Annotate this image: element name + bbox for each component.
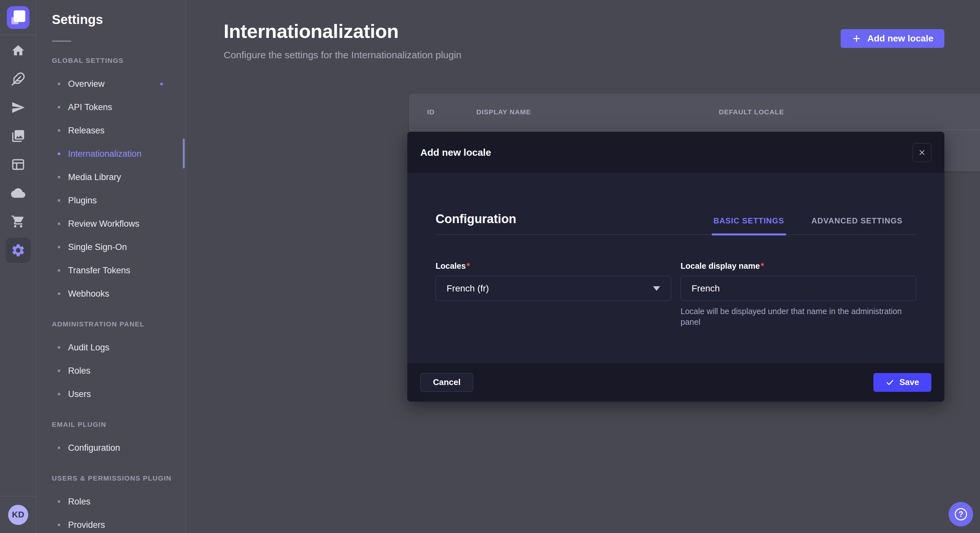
settings-gear-icon-active[interactable] [5, 238, 31, 263]
bullet-icon [58, 176, 60, 178]
bullet-icon [58, 152, 60, 155]
subnav-title-divider [52, 40, 71, 42]
sidebar-item-overview[interactable]: Overview [52, 72, 186, 95]
section-email-plugin: EMAIL PLUGIN [52, 420, 186, 428]
sidebar-item-review-workflows[interactable]: Review Workflows [52, 212, 186, 235]
notification-dot [160, 82, 163, 86]
media-library-icon[interactable] [11, 129, 25, 143]
subnav-title: Settings [52, 12, 186, 27]
bullet-icon [58, 222, 60, 225]
help-button[interactable]: ? [948, 502, 973, 527]
chevron-down-icon [653, 286, 660, 291]
section-global-settings: GLOBAL SETTINGS [52, 57, 186, 65]
sidebar-item-up-providers[interactable]: Providers [52, 513, 186, 533]
modal-footer: Cancel Save [407, 363, 944, 401]
subnav-scrollbar-thumb[interactable] [183, 139, 185, 168]
modal-header: Add new locale [407, 132, 944, 173]
question-mark-icon: ? [955, 508, 967, 520]
modal-title: Add new locale [420, 147, 491, 158]
modal-body: Configuration BASIC SETTINGS ADVANCED SE… [407, 173, 944, 363]
modal-tabs: BASIC SETTINGS ADVANCED SETTINGS [700, 207, 916, 235]
cancel-button[interactable]: Cancel [420, 373, 473, 392]
page-title: Internationalization [224, 20, 461, 43]
column-default-locale: DEFAULT LOCALE [719, 108, 784, 116]
strapi-logo[interactable] [7, 6, 30, 29]
plus-icon [852, 34, 861, 43]
cloud-deploy-icon[interactable] [11, 186, 25, 200]
bullet-icon [58, 393, 60, 395]
sidebar-item-up-roles[interactable]: Roles [52, 490, 186, 513]
strapi-logo-glyph-2 [11, 17, 19, 24]
content-manager-feather-icon[interactable] [11, 72, 25, 86]
sidebar-item-media-library[interactable]: Media Library [52, 165, 186, 189]
bullet-icon [58, 246, 60, 248]
modal-close-button[interactable] [913, 143, 931, 162]
tab-advanced-settings[interactable]: ADVANCED SETTINGS [798, 207, 916, 235]
marketplace-cart-icon[interactable] [11, 214, 25, 228]
user-avatar[interactable]: KD [8, 505, 28, 525]
bullet-icon [58, 129, 60, 132]
required-asterisk: * [467, 261, 470, 270]
tab-basic-settings[interactable]: BASIC SETTINGS [700, 207, 798, 235]
sidebar-item-internationalization[interactable]: Internationalization [52, 142, 186, 165]
sidebar-item-transfer-tokens[interactable]: Transfer Tokens [52, 259, 186, 282]
column-display-name: DISPLAY NAME [476, 108, 719, 116]
bullet-icon [58, 447, 60, 449]
sidebar-item-plugins[interactable]: Plugins [52, 189, 186, 212]
add-new-locale-modal: Add new locale Configuration BASIC SETTI… [407, 132, 944, 401]
bullet-icon [58, 346, 60, 349]
layout-panel-icon[interactable] [11, 157, 25, 171]
bullet-icon [58, 82, 60, 85]
rail-divider [0, 35, 36, 35]
bullet-icon [58, 370, 60, 372]
sidebar-item-admin-roles[interactable]: Roles [52, 359, 186, 382]
bullet-icon [58, 292, 60, 295]
close-icon [918, 149, 926, 156]
bullet-icon [58, 199, 60, 202]
sidebar-item-releases[interactable]: Releases [52, 119, 186, 142]
add-new-locale-button[interactable]: Add new locale [841, 29, 944, 48]
home-icon[interactable] [11, 43, 25, 58]
table-header-row: ID DISPLAY NAME DEFAULT LOCALE [410, 94, 980, 130]
display-name-hint: Locale will be displayed under that name… [681, 306, 916, 327]
locales-field-label: Locales* [436, 261, 671, 271]
bullet-icon [58, 500, 60, 503]
strapi-admin-app: KD Settings GLOBAL SETTINGS Overview API… [0, 0, 980, 533]
bullet-icon [58, 269, 60, 272]
section-users-permissions-plugin: USERS & PERMISSIONS PLUGIN [52, 474, 186, 482]
sidebar-item-email-configuration[interactable]: Configuration [52, 436, 186, 460]
sidebar-item-admin-users[interactable]: Users [52, 382, 186, 406]
content-type-builder-send-icon[interactable] [11, 100, 25, 115]
sidebar-item-single-sign-on[interactable]: Single Sign-On [52, 235, 186, 259]
column-id: ID [427, 108, 476, 116]
locale-display-name-input[interactable] [681, 276, 916, 301]
settings-subnav: Settings GLOBAL SETTINGS Overview API To… [36, 0, 186, 533]
locales-select[interactable]: French (fr) [436, 276, 671, 301]
sidebar-item-api-tokens[interactable]: API Tokens [52, 95, 186, 119]
display-name-field-label: Locale display name* [681, 261, 916, 271]
sidebar-item-audit-logs[interactable]: Audit Logs [52, 336, 186, 359]
main-nav-rail: KD [0, 0, 36, 533]
sidebar-item-webhooks[interactable]: Webhooks [52, 282, 186, 305]
bullet-icon [58, 523, 60, 526]
check-icon [886, 378, 894, 387]
bullet-icon [58, 106, 60, 108]
page-subtitle: Configure the settings for the Internati… [224, 49, 461, 60]
configuration-heading: Configuration [436, 212, 516, 226]
required-asterisk: * [761, 261, 764, 270]
section-administration-panel: ADMINISTRATION PANEL [52, 320, 186, 328]
save-button[interactable]: Save [873, 373, 931, 392]
rail-user-area: KD [0, 496, 36, 533]
main-content: Internationalization Configure the setti… [186, 0, 980, 533]
